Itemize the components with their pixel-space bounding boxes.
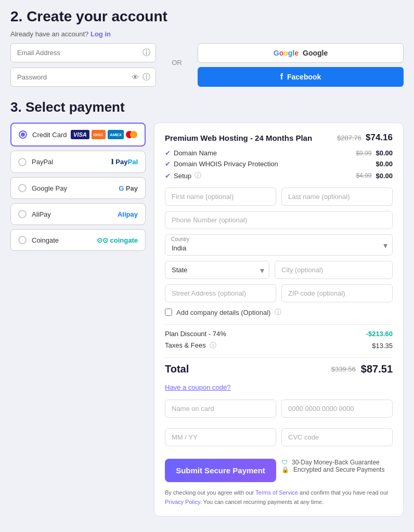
total-new-price: $87.51 (361, 363, 393, 375)
card-cvc-input[interactable] (281, 428, 393, 446)
tax-row: Taxes & Fees ⓘ $13.35 (165, 341, 393, 350)
account-section: 2. Create your account Already have an a… (10, 8, 404, 87)
paypal-label: PayPal (32, 158, 53, 166)
alipay-radio (18, 210, 27, 218)
method-google-pay[interactable]: Google Pay G Pay (10, 177, 146, 199)
email-field-wrap: ⓘ (10, 43, 156, 62)
state-select[interactable]: State (165, 261, 269, 279)
plan-price-old: $287.76 (337, 134, 361, 142)
feature-whois: ✔ Domain WHOIS Privacy Protection $0.00 (165, 160, 393, 168)
shield-icon: 🛡 (281, 459, 288, 466)
gpay-radio (18, 184, 27, 192)
paypal-logo: 𝐥 PayPal (111, 157, 138, 166)
billing-form: Country India United States United Kingd… (165, 188, 393, 317)
country-row: Country India United States United Kingd… (165, 234, 393, 256)
total-label: Total (165, 363, 189, 375)
company-info-icon[interactable]: ⓘ (275, 308, 281, 317)
domain-price-new: $0.00 (376, 149, 393, 157)
plan-price-new: $74.16 (366, 132, 393, 143)
street-input[interactable] (165, 284, 276, 302)
method-coingate[interactable]: Coingate ⊙⊙ coingate (10, 229, 146, 251)
credit-card-radio (19, 130, 27, 139)
email-input[interactable] (11, 44, 143, 62)
country-wrap: Country India United States United Kingd… (165, 234, 393, 256)
card-name-number-row (165, 400, 393, 418)
mastercard-logo (126, 131, 137, 138)
email-help-icon[interactable]: ⓘ (143, 48, 156, 58)
guarantee-secure: 🔒 Encrypted and Secure Payments (281, 466, 393, 473)
card-fields (165, 400, 393, 451)
order-panel: Premium Web Hosting - 24 Months Plan $28… (154, 123, 404, 516)
amex-logo: AMEX (108, 130, 124, 139)
city-input[interactable] (275, 261, 393, 279)
feature-domain: ✔ Domain Name $9.99 $0.00 (165, 149, 393, 157)
coingate-logo: ⊙⊙ coingate (97, 236, 138, 244)
feature-domain-name: Domain Name (174, 149, 217, 157)
discount-row: Plan Discount - 74% -$213.60 (165, 330, 393, 338)
privacy-policy-link[interactable]: Privacy Policy (165, 499, 200, 505)
card-name-input[interactable] (165, 400, 276, 418)
country-label: Country (171, 236, 189, 242)
payment-section: 3. Select payment Credit Card VISA DISC … (10, 99, 404, 516)
plan-price-area: $287.76 $74.16 (337, 132, 393, 143)
step2-heading: 2. Create your account (10, 8, 404, 25)
method-credit-card[interactable]: Credit Card VISA DISC AMEX (10, 123, 146, 147)
password-input[interactable] (11, 68, 132, 86)
social-login-area: Google Google f Facebook (198, 43, 404, 87)
check-icon-3: ✔ (165, 172, 171, 180)
payment-methods-list: Credit Card VISA DISC AMEX PayPal (10, 123, 146, 251)
phone-input[interactable] (165, 211, 393, 229)
facebook-icon: f (280, 72, 283, 82)
submit-payment-button[interactable]: Submit Secure Payment (165, 459, 276, 482)
password-field-wrap: 👁 ⓘ (10, 68, 156, 87)
eye-icon[interactable]: 👁 (132, 73, 139, 82)
method-alipay[interactable]: AliPay Alipay (10, 203, 146, 225)
alipay-logo: Alipay (118, 210, 138, 218)
paypal-icon: 𝐥 (111, 157, 113, 166)
country-select[interactable]: India United States United Kingdom (165, 234, 393, 256)
terms-of-service-link[interactable]: Terms of Service (255, 489, 298, 496)
state-wrap: State ▾ (165, 261, 269, 279)
alipay-label: AliPay (32, 210, 51, 218)
company-checkbox-row: Add company details (Optional) ⓘ (165, 308, 393, 317)
guarantee-area: 🛡 30-Day Money-Back Guarantee 🔒 Encrypte… (281, 459, 393, 473)
credit-card-label: Credit Card (32, 131, 67, 139)
payment-layout: Credit Card VISA DISC AMEX PayPal (10, 123, 404, 516)
card-number-input[interactable] (281, 400, 393, 418)
lock-icon: 🔒 (281, 466, 289, 473)
card-expiry-input[interactable] (165, 428, 276, 446)
coupon-link[interactable]: Have a coupon code? (165, 383, 230, 391)
name-row (165, 188, 393, 206)
company-checkbox[interactable] (165, 309, 172, 316)
zip-input[interactable] (281, 284, 393, 302)
guarantee-money-back: 🛡 30-Day Money-Back Guarantee (281, 459, 393, 466)
method-paypal[interactable]: PayPal 𝐥 PayPal (10, 151, 146, 173)
password-icons: 👁 ⓘ (132, 72, 156, 82)
password-help-icon[interactable]: ⓘ (143, 72, 150, 82)
total-row: Total $339.56 $87.51 (165, 363, 393, 375)
feature-whois-name: Domain WHOIS Privacy Protection (174, 160, 278, 168)
tax-info-icon[interactable]: ⓘ (210, 341, 216, 349)
already-have-text: Already have an account? Log in (10, 30, 404, 38)
check-icon: ✔ (165, 149, 171, 157)
facebook-login-button[interactable]: f Facebook (198, 67, 404, 87)
guarantee-text-1: 30-Day Money-Back Guarantee (292, 459, 380, 466)
domain-price-old: $9.99 (356, 150, 371, 157)
or-divider: OR (166, 43, 187, 66)
login-link[interactable]: Log in (90, 30, 111, 38)
card-logos: VISA DISC AMEX (71, 130, 137, 139)
total-old-price: $339.56 (331, 365, 356, 373)
visa-logo: VISA (71, 130, 89, 139)
gpay-logo: G Pay (119, 184, 138, 192)
state-city-row: State ▾ (165, 261, 393, 279)
step3-heading: 3. Select payment (10, 99, 404, 115)
gpay-label: Google Pay (32, 184, 67, 192)
last-name-input[interactable] (281, 188, 393, 206)
setup-help-icon[interactable]: ⓘ (195, 171, 201, 180)
first-name-input[interactable] (165, 188, 276, 206)
tax-label: Taxes & Fees ⓘ (165, 341, 216, 350)
address-row (165, 284, 393, 302)
google-login-button[interactable]: Google Google (198, 43, 404, 63)
feature-setup-name: Setup (174, 172, 191, 180)
coingate-radio (18, 236, 27, 244)
